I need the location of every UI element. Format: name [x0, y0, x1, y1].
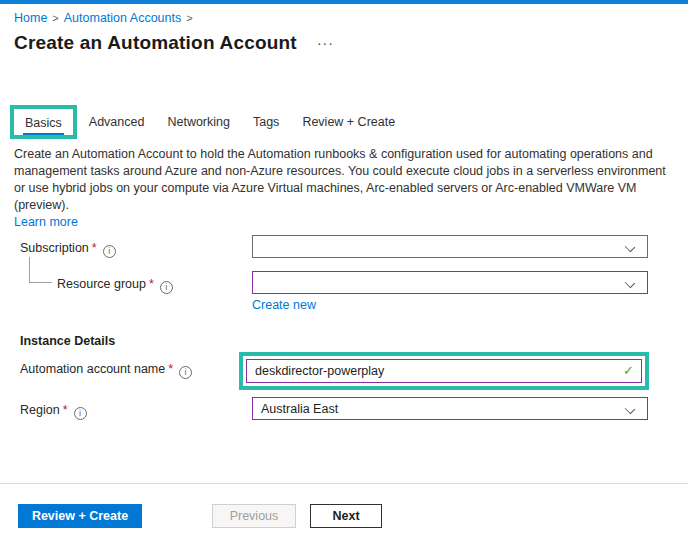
previous-button[interactable]: Previous	[212, 504, 296, 528]
tab-review-create[interactable]: Review + Create	[302, 115, 395, 129]
required-asterisk: *	[168, 362, 173, 376]
tab-networking[interactable]: Networking	[167, 115, 230, 129]
tab-advanced[interactable]: Advanced	[89, 115, 145, 129]
automation-account-name-label: Automation account name*i	[20, 362, 192, 379]
validation-checkmark-icon: ✓	[623, 363, 634, 378]
tab-description-text: Create an Automation Account to hold the…	[14, 147, 666, 212]
learn-more-link[interactable]: Learn more	[14, 215, 78, 229]
review-create-button[interactable]: Review + Create	[18, 504, 142, 528]
next-button[interactable]: Next	[310, 504, 382, 528]
title-row: Create an Automation Account ···	[14, 32, 334, 54]
chevron-down-icon	[625, 278, 635, 288]
breadcrumb-separator-icon: >	[186, 12, 192, 24]
basics-tab-highlight-annotation: Basics	[10, 105, 77, 139]
info-icon[interactable]: i	[160, 281, 173, 294]
required-asterisk: *	[92, 241, 97, 255]
account-name-highlight-annotation: ✓	[239, 352, 649, 390]
region-label: Region*i	[20, 403, 87, 420]
wizard-tabs: Basics Advanced Networking Tags Review +…	[10, 102, 395, 142]
tab-description: Create an Automation Account to hold the…	[14, 146, 672, 231]
region-label-text: Region	[20, 403, 60, 417]
page-title: Create an Automation Account	[14, 32, 297, 54]
resource-group-label-text: Resource group	[57, 277, 146, 291]
automation-account-name-input[interactable]	[246, 359, 642, 383]
tab-tags[interactable]: Tags	[253, 115, 279, 129]
chevron-down-icon	[625, 404, 635, 414]
chevron-down-icon	[625, 242, 635, 252]
subscription-label: Subscription*i	[20, 241, 116, 258]
window-top-accent-bar	[0, 0, 688, 4]
info-icon[interactable]: i	[103, 245, 116, 258]
info-icon[interactable]: i	[179, 366, 192, 379]
footer-divider	[0, 483, 688, 484]
region-dropdown[interactable]: Australia East	[252, 397, 648, 420]
subscription-dropdown[interactable]	[252, 235, 648, 258]
breadcrumb-link-home[interactable]: Home	[14, 11, 47, 25]
resource-group-dropdown[interactable]	[252, 271, 648, 294]
automation-account-name-label-text: Automation account name	[20, 362, 165, 376]
breadcrumb: Home>Automation Accounts>	[14, 11, 198, 25]
breadcrumb-separator-icon: >	[52, 12, 58, 24]
tab-basics[interactable]: Basics	[23, 116, 64, 135]
required-asterisk: *	[149, 277, 154, 291]
info-icon[interactable]: i	[74, 407, 87, 420]
resource-group-label: Resource group*i	[57, 277, 173, 294]
required-asterisk: *	[63, 403, 68, 417]
instance-details-heading: Instance Details	[20, 334, 115, 348]
more-options-icon[interactable]: ···	[317, 35, 334, 51]
resource-group-connector-line	[29, 257, 52, 283]
breadcrumb-link-automation-accounts[interactable]: Automation Accounts	[64, 11, 181, 25]
region-value: Australia East	[261, 402, 338, 416]
create-new-link[interactable]: Create new	[252, 298, 316, 312]
subscription-label-text: Subscription	[20, 241, 89, 255]
